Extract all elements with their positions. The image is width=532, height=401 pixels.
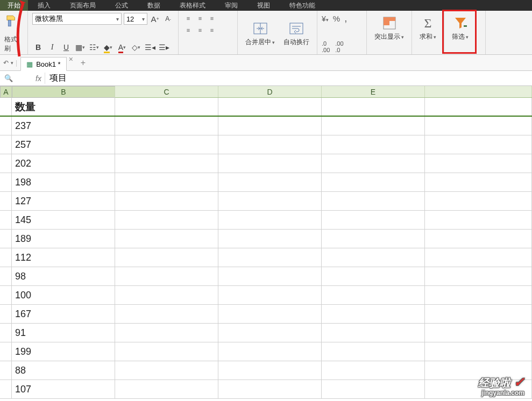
- italic-icon[interactable]: I: [46, 41, 58, 53]
- data-rows: 数量 2372572021981271451891129810016791199…: [0, 98, 532, 399]
- col-header-C[interactable]: C: [115, 86, 218, 97]
- bold-icon[interactable]: B: [32, 41, 44, 53]
- chevron-down-icon: ▾: [113, 16, 119, 22]
- sum-button[interactable]: Σ 求和▾: [416, 13, 439, 42]
- table-row[interactable]: 98: [0, 267, 532, 286]
- chevron-down-icon: ▾: [401, 34, 404, 40]
- filter-button[interactable]: 筛选▾: [449, 13, 472, 42]
- underline-icon[interactable]: U: [60, 41, 72, 53]
- cell-value: 112: [12, 248, 115, 267]
- col-header-A[interactable]: A: [0, 86, 12, 98]
- chevron-down-icon: ▾: [272, 40, 275, 45]
- table-row[interactable]: 198: [0, 173, 532, 192]
- table-row[interactable]: 189: [0, 230, 532, 248]
- menu-bar: 开始 插入 页面布局 公式 数据 表格样式 审阅 视图 特色功能: [0, 0, 532, 11]
- table-header-row[interactable]: 数量: [0, 98, 532, 117]
- cell-value: 88: [12, 361, 115, 379]
- highlight-button[interactable]: 突出显示▾: [371, 13, 407, 42]
- document-tab-bar: ↶ ▾ | ▦ Book1 * × +: [0, 55, 532, 71]
- cell-value: 100: [12, 286, 115, 304]
- formula-input[interactable]: 项目: [45, 73, 532, 84]
- align-left-icon[interactable]: ≡: [183, 25, 194, 35]
- table-row[interactable]: 202: [0, 154, 532, 173]
- undo-icon[interactable]: ↶: [3, 59, 9, 67]
- font-size-select[interactable]: 12▾: [124, 13, 147, 25]
- fx-icon[interactable]: fx: [32, 74, 45, 83]
- merge-icon: [253, 19, 267, 38]
- cell-style-icon[interactable]: ☷▾: [88, 41, 100, 53]
- add-tab-button[interactable]: +: [75, 55, 91, 70]
- table-row[interactable]: 88: [0, 361, 532, 380]
- increase-decimal-icon[interactable]: .0.00: [322, 40, 330, 53]
- menu-review[interactable]: 审阅: [215, 0, 247, 11]
- chevron-down-icon: ▾: [139, 16, 145, 22]
- col-header-D[interactable]: D: [218, 86, 322, 97]
- table-row[interactable]: 91: [0, 324, 532, 342]
- col-header-B[interactable]: B: [12, 86, 115, 98]
- cell-value: 91: [12, 324, 115, 342]
- table-row[interactable]: 107: [0, 380, 532, 399]
- cell-value: 167: [12, 305, 115, 323]
- ribbon: 格式刷 微软雅黑▾ 12▾ A+ A- B I U ▦▾ ☷▾ ◆▾ A▾ ◇▾…: [0, 11, 532, 55]
- menu-data[interactable]: 数据: [138, 0, 170, 11]
- cell-value: 237: [12, 117, 115, 135]
- table-row[interactable]: 237: [0, 117, 532, 135]
- border-icon[interactable]: ▦▾: [74, 41, 86, 53]
- table-row[interactable]: 145: [0, 211, 532, 230]
- format-painter-label: 格式刷: [4, 35, 23, 53]
- wrap-text-button[interactable]: 自动换行: [280, 13, 313, 53]
- currency-icon[interactable]: ¥▾: [322, 15, 329, 23]
- font-color-icon[interactable]: A▾: [116, 41, 128, 53]
- spreadsheet-icon: ▦: [26, 60, 33, 68]
- align-middle-icon[interactable]: ≡: [195, 13, 205, 24]
- decrease-indent-icon[interactable]: ☰◂: [144, 41, 156, 53]
- decrease-decimal-icon[interactable]: .00.0: [335, 40, 343, 53]
- cell-value: 189: [12, 230, 115, 248]
- svg-rect-7: [464, 25, 467, 27]
- cell-value: 98: [12, 267, 115, 285]
- sigma-icon: Σ: [424, 14, 432, 32]
- comma-icon[interactable]: ,: [344, 13, 347, 24]
- document-tab[interactable]: ▦ Book1 *: [20, 57, 67, 71]
- align-top-icon[interactable]: ≡: [183, 13, 194, 24]
- menu-table-style[interactable]: 表格样式: [170, 0, 215, 11]
- table-row[interactable]: 199: [0, 342, 532, 361]
- cell-value: 198: [12, 173, 115, 191]
- chevron-down-icon[interactable]: ▾: [11, 60, 13, 66]
- menu-formulas[interactable]: 公式: [105, 0, 138, 11]
- wrap-icon: [289, 19, 303, 38]
- svg-rect-5: [384, 17, 395, 21]
- table-row[interactable]: 100: [0, 286, 532, 305]
- fill-color-icon[interactable]: ◆▾: [102, 41, 114, 53]
- clear-format-icon[interactable]: ◇▾: [130, 41, 142, 53]
- format-painter-icon[interactable]: [4, 13, 20, 31]
- col-header-E[interactable]: E: [322, 86, 425, 97]
- table-row[interactable]: 112: [0, 248, 532, 267]
- menu-page-layout[interactable]: 页面布局: [60, 0, 105, 11]
- funnel-icon: [453, 14, 468, 32]
- percent-icon[interactable]: %: [333, 14, 340, 23]
- search-icon[interactable]: 🔍: [4, 74, 13, 82]
- table-row[interactable]: 127: [0, 192, 532, 211]
- decrease-font-icon[interactable]: A-: [162, 13, 174, 25]
- highlight-icon: [382, 14, 396, 32]
- menu-insert[interactable]: 插入: [28, 0, 60, 11]
- font-name-select[interactable]: 微软雅黑▾: [32, 13, 122, 25]
- align-bottom-icon[interactable]: ≡: [207, 13, 217, 24]
- align-center-icon[interactable]: ≡: [195, 25, 205, 35]
- chevron-down-icon: ▾: [434, 34, 436, 40]
- increase-font-icon[interactable]: A+: [150, 13, 161, 25]
- close-tab-icon[interactable]: ×: [67, 55, 75, 70]
- cell-value: 127: [12, 192, 115, 210]
- table-row[interactable]: 167: [0, 305, 532, 324]
- align-right-icon[interactable]: ≡: [207, 25, 217, 35]
- svg-rect-0: [8, 20, 11, 26]
- header-cell-B: 数量: [12, 98, 115, 116]
- menu-home[interactable]: 开始: [0, 0, 28, 11]
- col-header-F[interactable]: [425, 86, 532, 97]
- table-row[interactable]: 257: [0, 135, 532, 154]
- increase-indent-icon[interactable]: ☰▸: [158, 41, 170, 53]
- menu-special[interactable]: 特色功能: [280, 0, 325, 11]
- merge-center-button[interactable]: 合并居中▾: [242, 13, 278, 53]
- menu-view[interactable]: 视图: [247, 0, 280, 11]
